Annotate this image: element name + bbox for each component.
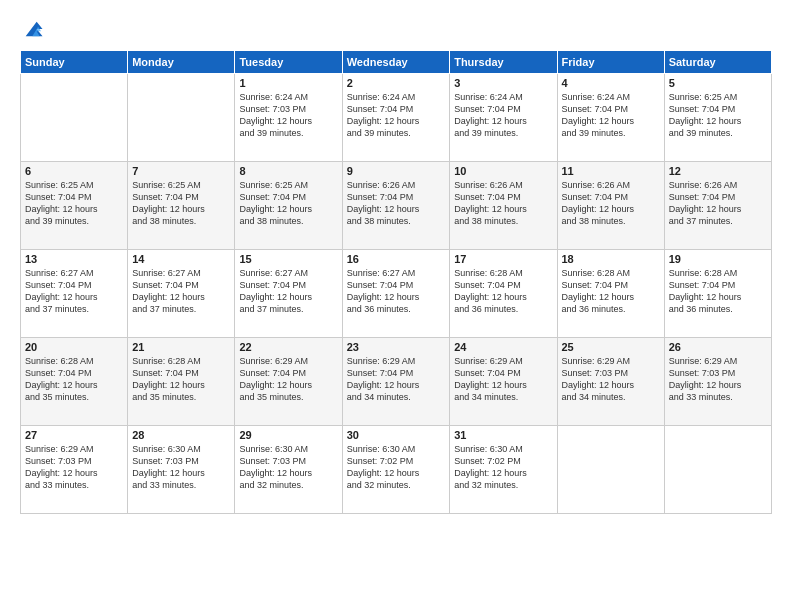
calendar-cell: 12Sunrise: 6:26 AM Sunset: 7:04 PM Dayli… — [664, 162, 771, 250]
day-info: Sunrise: 6:25 AM Sunset: 7:04 PM Dayligh… — [25, 179, 123, 228]
day-number: 2 — [347, 77, 445, 89]
day-info: Sunrise: 6:25 AM Sunset: 7:04 PM Dayligh… — [239, 179, 337, 228]
calendar-cell: 26Sunrise: 6:29 AM Sunset: 7:03 PM Dayli… — [664, 338, 771, 426]
day-info: Sunrise: 6:25 AM Sunset: 7:04 PM Dayligh… — [669, 91, 767, 140]
calendar-cell: 9Sunrise: 6:26 AM Sunset: 7:04 PM Daylig… — [342, 162, 449, 250]
day-info: Sunrise: 6:26 AM Sunset: 7:04 PM Dayligh… — [347, 179, 445, 228]
day-info: Sunrise: 6:30 AM Sunset: 7:03 PM Dayligh… — [132, 443, 230, 492]
day-number: 4 — [562, 77, 660, 89]
calendar-cell: 4Sunrise: 6:24 AM Sunset: 7:04 PM Daylig… — [557, 74, 664, 162]
day-info: Sunrise: 6:29 AM Sunset: 7:04 PM Dayligh… — [454, 355, 552, 404]
day-number: 9 — [347, 165, 445, 177]
day-info: Sunrise: 6:29 AM Sunset: 7:04 PM Dayligh… — [347, 355, 445, 404]
logo-icon — [22, 18, 44, 40]
calendar-cell: 21Sunrise: 6:28 AM Sunset: 7:04 PM Dayli… — [128, 338, 235, 426]
day-number: 28 — [132, 429, 230, 441]
day-number: 12 — [669, 165, 767, 177]
calendar-cell — [21, 74, 128, 162]
header — [20, 18, 772, 40]
day-number: 3 — [454, 77, 552, 89]
day-number: 24 — [454, 341, 552, 353]
day-info: Sunrise: 6:26 AM Sunset: 7:04 PM Dayligh… — [454, 179, 552, 228]
page: SundayMondayTuesdayWednesdayThursdayFrid… — [0, 0, 792, 612]
weekday-header: SundayMondayTuesdayWednesdayThursdayFrid… — [21, 51, 772, 74]
day-number: 27 — [25, 429, 123, 441]
day-info: Sunrise: 6:26 AM Sunset: 7:04 PM Dayligh… — [562, 179, 660, 228]
calendar-body: 1Sunrise: 6:24 AM Sunset: 7:03 PM Daylig… — [21, 74, 772, 514]
calendar: SundayMondayTuesdayWednesdayThursdayFrid… — [20, 50, 772, 514]
calendar-cell: 24Sunrise: 6:29 AM Sunset: 7:04 PM Dayli… — [450, 338, 557, 426]
calendar-cell: 10Sunrise: 6:26 AM Sunset: 7:04 PM Dayli… — [450, 162, 557, 250]
calendar-week-1: 1Sunrise: 6:24 AM Sunset: 7:03 PM Daylig… — [21, 74, 772, 162]
calendar-cell: 22Sunrise: 6:29 AM Sunset: 7:04 PM Dayli… — [235, 338, 342, 426]
calendar-cell: 19Sunrise: 6:28 AM Sunset: 7:04 PM Dayli… — [664, 250, 771, 338]
day-number: 7 — [132, 165, 230, 177]
calendar-week-2: 6Sunrise: 6:25 AM Sunset: 7:04 PM Daylig… — [21, 162, 772, 250]
calendar-cell: 17Sunrise: 6:28 AM Sunset: 7:04 PM Dayli… — [450, 250, 557, 338]
day-number: 20 — [25, 341, 123, 353]
calendar-cell: 8Sunrise: 6:25 AM Sunset: 7:04 PM Daylig… — [235, 162, 342, 250]
day-number: 31 — [454, 429, 552, 441]
day-number: 11 — [562, 165, 660, 177]
calendar-cell: 7Sunrise: 6:25 AM Sunset: 7:04 PM Daylig… — [128, 162, 235, 250]
calendar-cell: 29Sunrise: 6:30 AM Sunset: 7:03 PM Dayli… — [235, 426, 342, 514]
calendar-cell — [128, 74, 235, 162]
day-info: Sunrise: 6:28 AM Sunset: 7:04 PM Dayligh… — [669, 267, 767, 316]
day-info: Sunrise: 6:28 AM Sunset: 7:04 PM Dayligh… — [132, 355, 230, 404]
day-info: Sunrise: 6:30 AM Sunset: 7:02 PM Dayligh… — [347, 443, 445, 492]
day-number: 26 — [669, 341, 767, 353]
day-number: 5 — [669, 77, 767, 89]
calendar-week-4: 20Sunrise: 6:28 AM Sunset: 7:04 PM Dayli… — [21, 338, 772, 426]
day-number: 25 — [562, 341, 660, 353]
calendar-cell — [557, 426, 664, 514]
day-number: 6 — [25, 165, 123, 177]
day-info: Sunrise: 6:27 AM Sunset: 7:04 PM Dayligh… — [347, 267, 445, 316]
weekday-friday: Friday — [557, 51, 664, 74]
weekday-sunday: Sunday — [21, 51, 128, 74]
calendar-cell: 13Sunrise: 6:27 AM Sunset: 7:04 PM Dayli… — [21, 250, 128, 338]
calendar-cell: 28Sunrise: 6:30 AM Sunset: 7:03 PM Dayli… — [128, 426, 235, 514]
weekday-thursday: Thursday — [450, 51, 557, 74]
day-number: 30 — [347, 429, 445, 441]
day-info: Sunrise: 6:26 AM Sunset: 7:04 PM Dayligh… — [669, 179, 767, 228]
day-number: 21 — [132, 341, 230, 353]
day-info: Sunrise: 6:28 AM Sunset: 7:04 PM Dayligh… — [25, 355, 123, 404]
day-info: Sunrise: 6:24 AM Sunset: 7:04 PM Dayligh… — [562, 91, 660, 140]
day-number: 19 — [669, 253, 767, 265]
weekday-wednesday: Wednesday — [342, 51, 449, 74]
day-info: Sunrise: 6:28 AM Sunset: 7:04 PM Dayligh… — [454, 267, 552, 316]
calendar-cell: 14Sunrise: 6:27 AM Sunset: 7:04 PM Dayli… — [128, 250, 235, 338]
day-number: 1 — [239, 77, 337, 89]
weekday-tuesday: Tuesday — [235, 51, 342, 74]
day-number: 23 — [347, 341, 445, 353]
weekday-monday: Monday — [128, 51, 235, 74]
calendar-cell: 25Sunrise: 6:29 AM Sunset: 7:03 PM Dayli… — [557, 338, 664, 426]
day-info: Sunrise: 6:24 AM Sunset: 7:03 PM Dayligh… — [239, 91, 337, 140]
day-number: 15 — [239, 253, 337, 265]
logo — [20, 18, 48, 40]
calendar-cell: 11Sunrise: 6:26 AM Sunset: 7:04 PM Dayli… — [557, 162, 664, 250]
calendar-cell: 31Sunrise: 6:30 AM Sunset: 7:02 PM Dayli… — [450, 426, 557, 514]
calendar-cell: 1Sunrise: 6:24 AM Sunset: 7:03 PM Daylig… — [235, 74, 342, 162]
calendar-cell: 2Sunrise: 6:24 AM Sunset: 7:04 PM Daylig… — [342, 74, 449, 162]
calendar-cell: 15Sunrise: 6:27 AM Sunset: 7:04 PM Dayli… — [235, 250, 342, 338]
day-number: 14 — [132, 253, 230, 265]
calendar-cell: 5Sunrise: 6:25 AM Sunset: 7:04 PM Daylig… — [664, 74, 771, 162]
day-info: Sunrise: 6:27 AM Sunset: 7:04 PM Dayligh… — [239, 267, 337, 316]
weekday-saturday: Saturday — [664, 51, 771, 74]
day-info: Sunrise: 6:27 AM Sunset: 7:04 PM Dayligh… — [25, 267, 123, 316]
calendar-cell: 18Sunrise: 6:28 AM Sunset: 7:04 PM Dayli… — [557, 250, 664, 338]
day-info: Sunrise: 6:29 AM Sunset: 7:03 PM Dayligh… — [669, 355, 767, 404]
day-info: Sunrise: 6:29 AM Sunset: 7:04 PM Dayligh… — [239, 355, 337, 404]
calendar-cell: 16Sunrise: 6:27 AM Sunset: 7:04 PM Dayli… — [342, 250, 449, 338]
day-number: 10 — [454, 165, 552, 177]
calendar-cell: 27Sunrise: 6:29 AM Sunset: 7:03 PM Dayli… — [21, 426, 128, 514]
day-info: Sunrise: 6:29 AM Sunset: 7:03 PM Dayligh… — [25, 443, 123, 492]
calendar-cell: 3Sunrise: 6:24 AM Sunset: 7:04 PM Daylig… — [450, 74, 557, 162]
day-number: 8 — [239, 165, 337, 177]
day-info: Sunrise: 6:25 AM Sunset: 7:04 PM Dayligh… — [132, 179, 230, 228]
calendar-week-5: 27Sunrise: 6:29 AM Sunset: 7:03 PM Dayli… — [21, 426, 772, 514]
day-info: Sunrise: 6:30 AM Sunset: 7:02 PM Dayligh… — [454, 443, 552, 492]
day-info: Sunrise: 6:24 AM Sunset: 7:04 PM Dayligh… — [347, 91, 445, 140]
day-number: 22 — [239, 341, 337, 353]
